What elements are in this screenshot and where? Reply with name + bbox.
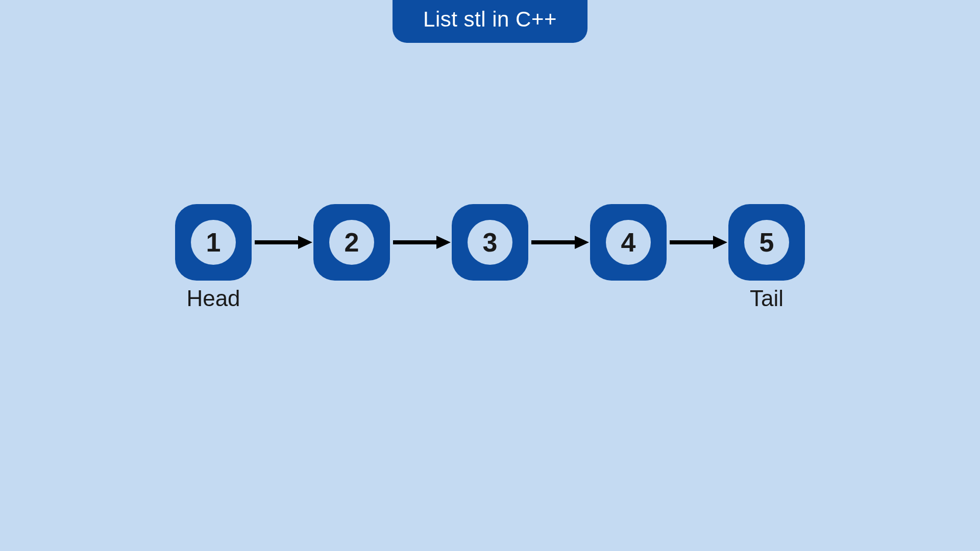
list-node: 4 — [590, 204, 667, 281]
arrow-icon — [251, 204, 314, 281]
node-value: 5 — [760, 227, 774, 258]
node-box: 5 — [728, 204, 805, 281]
node-circle: 1 — [191, 220, 236, 265]
node-circle: 5 — [744, 220, 789, 265]
node-box: 2 — [313, 204, 390, 281]
arrow-icon — [666, 204, 729, 281]
node-label-head: Head — [186, 286, 240, 311]
node-circle: 4 — [606, 220, 651, 265]
node-value: 4 — [621, 227, 636, 258]
node-value: 2 — [345, 227, 359, 258]
node-circle: 3 — [468, 220, 512, 265]
svg-marker-7 — [713, 236, 727, 249]
node-label-tail: Tail — [750, 286, 783, 311]
node-circle: 2 — [329, 220, 374, 265]
node-value: 1 — [206, 227, 221, 258]
node-value: 3 — [483, 227, 498, 258]
node-box: 3 — [452, 204, 528, 281]
arrow-icon — [389, 204, 453, 281]
list-node: 3 — [452, 204, 528, 281]
node-box: 1 — [175, 204, 252, 281]
title-banner: List stl in C++ — [393, 0, 587, 43]
list-node: 5 Tail — [728, 204, 805, 281]
linked-list-diagram: 1 Head 2 3 4 — [175, 204, 805, 281]
node-box: 4 — [590, 204, 667, 281]
svg-marker-5 — [575, 236, 589, 249]
title-text: List stl in C++ — [423, 7, 557, 31]
svg-marker-3 — [436, 236, 451, 249]
list-node: 2 — [313, 204, 390, 281]
list-node: 1 Head — [175, 204, 252, 281]
arrow-icon — [527, 204, 591, 281]
svg-marker-1 — [298, 236, 312, 249]
